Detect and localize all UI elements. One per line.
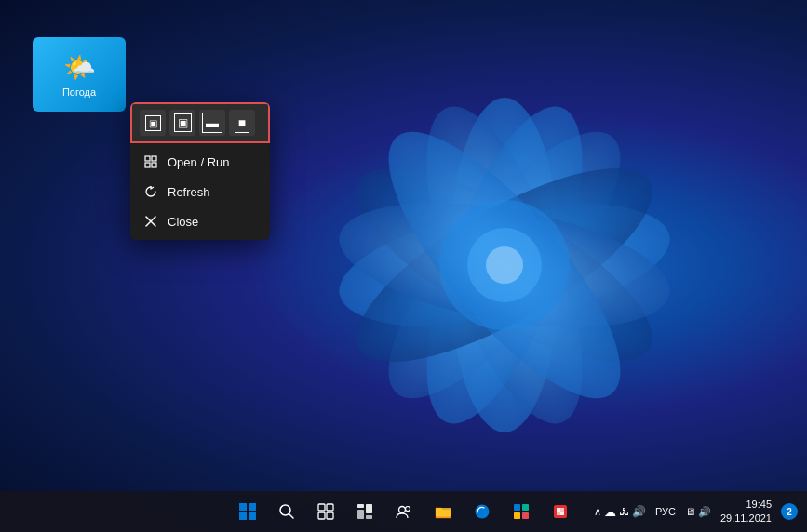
svg-point-32 (398, 507, 405, 513)
svg-rect-19 (249, 503, 256, 511)
file-explorer-button[interactable] (426, 495, 460, 528)
ctx-close-item[interactable]: Close (130, 206, 270, 236)
ctx-size-large-icon: ▬ (202, 113, 222, 133)
ctx-size-small-icon: ▣ (145, 115, 161, 131)
ctx-close-label: Close (168, 215, 198, 229)
weather-icon: 🌤️ (63, 52, 96, 83)
svg-rect-31 (366, 515, 372, 519)
taskbar-center (231, 495, 577, 528)
svg-rect-36 (522, 504, 529, 511)
svg-rect-29 (357, 510, 364, 519)
system-tray: ∧ ☁ 🖧 🔊 (594, 505, 646, 519)
desktop: 🌤️ Погода ▣ ▣ ▬ ■ (0, 0, 807, 532)
svg-rect-26 (318, 512, 325, 519)
teams-icon (396, 503, 412, 520)
ctx-size-medium-btn[interactable]: ▣ (169, 110, 195, 136)
svg-point-33 (405, 507, 410, 512)
svg-rect-20 (239, 512, 247, 520)
context-menu-items: Open / Run Refresh Close (130, 143, 270, 240)
date-display: 29.11.2021 (720, 512, 772, 525)
ctx-size-large-btn[interactable]: ▬ (199, 110, 225, 136)
ctx-refresh-item[interactable]: Refresh (130, 177, 270, 206)
extra-pinned-button[interactable] (544, 495, 577, 528)
search-icon (278, 503, 295, 520)
taskbar: ∧ ☁ 🖧 🔊 РУС 🖥 🔊 19:45 29.11.2021 2 (0, 491, 807, 532)
context-menu-icon-row: ▣ ▣ ▬ ■ (130, 102, 270, 143)
svg-rect-35 (514, 504, 520, 511)
ctx-open-run-item[interactable]: Open / Run (130, 147, 270, 177)
widgets-icon (356, 503, 373, 520)
svg-rect-37 (514, 512, 520, 519)
task-view-button[interactable] (309, 495, 343, 528)
time-display: 19:45 (746, 498, 772, 512)
start-button[interactable] (231, 495, 264, 528)
teams-button[interactable] (387, 495, 421, 528)
search-button[interactable] (270, 495, 303, 528)
store-button[interactable] (504, 495, 538, 528)
ctx-open-run-label: Open / Run (168, 155, 230, 169)
svg-rect-28 (357, 504, 364, 508)
svg-rect-30 (366, 504, 372, 513)
notification-badge[interactable]: 2 (781, 503, 798, 520)
taskbar-system-area: ∧ ☁ 🖧 🔊 РУС 🖥 🔊 19:45 29.11.2021 2 (594, 496, 798, 528)
svg-rect-12 (145, 156, 150, 161)
close-icon (143, 214, 158, 229)
svg-line-23 (289, 514, 293, 518)
wallpaper-bloom (258, 19, 751, 512)
svg-rect-40 (557, 508, 560, 512)
svg-rect-15 (152, 163, 156, 167)
ctx-size-xlarge-icon: ■ (235, 113, 249, 133)
open-run-icon (143, 154, 158, 169)
volume-icon[interactable]: 🔊 (632, 505, 646, 518)
store-icon (513, 503, 530, 520)
svg-rect-18 (239, 503, 247, 511)
svg-rect-25 (327, 504, 333, 511)
svg-rect-43 (560, 512, 564, 515)
language-indicator[interactable]: РУС (652, 504, 679, 519)
svg-rect-41 (560, 508, 564, 512)
ctx-size-xlarge-btn[interactable]: ■ (229, 110, 255, 136)
svg-rect-13 (152, 156, 156, 161)
svg-rect-14 (145, 163, 150, 167)
start-icon (238, 502, 257, 521)
svg-rect-27 (327, 512, 333, 519)
refresh-icon (143, 184, 158, 199)
clock[interactable]: 19:45 29.11.2021 (717, 496, 775, 528)
widgets-button[interactable] (348, 495, 382, 528)
svg-rect-42 (557, 512, 560, 515)
cloud-icon[interactable]: ☁ (604, 505, 616, 519)
edge-icon (474, 503, 491, 520)
task-view-icon (317, 503, 334, 520)
pinned-icon (552, 503, 569, 520)
quick-settings-icons: 🖥 🔊 (685, 506, 711, 518)
display-icon[interactable]: 🖥 (685, 506, 695, 517)
widget-label: Погода (62, 86, 96, 98)
tray-expand-icon[interactable]: ∧ (594, 506, 601, 518)
weather-widget[interactable]: 🌤️ Погода (33, 37, 126, 112)
volume-right-icon[interactable]: 🔊 (698, 506, 711, 518)
svg-point-22 (280, 505, 290, 515)
network-icon[interactable]: 🖧 (619, 506, 629, 517)
svg-point-11 (486, 246, 523, 284)
context-menu: ▣ ▣ ▬ ■ (130, 102, 270, 240)
ctx-refresh-label: Refresh (168, 185, 210, 199)
svg-rect-24 (318, 504, 325, 511)
ctx-size-medium-icon: ▣ (174, 113, 192, 132)
ctx-size-small-btn[interactable]: ▣ (140, 110, 166, 136)
edge-button[interactable] (465, 495, 499, 528)
svg-rect-38 (522, 512, 529, 519)
file-explorer-icon (435, 503, 451, 520)
svg-rect-21 (249, 512, 256, 520)
